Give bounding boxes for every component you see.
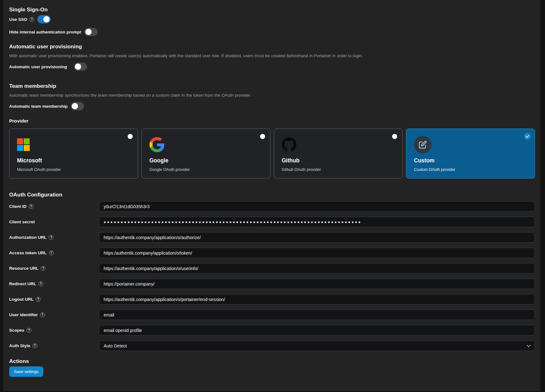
provider-card-microsoft[interactable]: Microsoft Microsoft OAuth provider bbox=[9, 129, 138, 178]
scopes-label: Scopes bbox=[9, 328, 24, 333]
auto-user-provisioning-heading: Automatic user provisioning bbox=[9, 43, 535, 50]
automatic-team-membership-toggle[interactable] bbox=[71, 102, 84, 110]
provider-card-description: Custom OAuth provider bbox=[414, 167, 527, 172]
logout-url-row: Logout URL? bbox=[9, 294, 535, 305]
save-settings-button[interactable]: Save settings bbox=[9, 366, 43, 377]
user-identifier-row: User identifier? bbox=[9, 310, 535, 320]
google-logo-icon bbox=[149, 137, 165, 152]
help-icon[interactable]: ? bbox=[33, 343, 37, 348]
authorization-url-row: Authorization URL? bbox=[9, 232, 535, 243]
resource-url-label: Resource URL bbox=[9, 266, 39, 271]
logout-url-input[interactable] bbox=[99, 294, 535, 305]
hide-internal-auth-row: Hide internal authentication prompt bbox=[9, 28, 535, 36]
help-icon[interactable]: ? bbox=[49, 235, 53, 240]
actions-heading: Actions bbox=[9, 358, 535, 365]
toggle-knob bbox=[43, 16, 50, 22]
provider-heading: Provider bbox=[9, 118, 535, 124]
auto-user-provisioning-row: Automatic user provisioning bbox=[9, 63, 535, 71]
redirect-url-row: Redirect URL? bbox=[9, 279, 535, 289]
radio-unselected-icon[interactable] bbox=[128, 134, 133, 139]
user-identifier-input[interactable] bbox=[99, 310, 535, 320]
provider-card-title: Microsoft bbox=[17, 157, 130, 164]
help-icon[interactable]: ? bbox=[29, 204, 33, 209]
scopes-row: Scopes? bbox=[9, 325, 535, 335]
scopes-input[interactable] bbox=[99, 325, 535, 335]
radio-unselected-icon[interactable] bbox=[392, 134, 397, 139]
help-icon[interactable]: ? bbox=[40, 312, 45, 317]
client-id-row: Client ID? bbox=[9, 201, 535, 212]
help-icon[interactable]: ? bbox=[36, 297, 40, 302]
provider-card-title: Github bbox=[282, 157, 395, 164]
settings-panel: Single Sign-On Use SSO ? Hide internal a… bbox=[3, 0, 540, 391]
radio-unselected-icon[interactable] bbox=[260, 134, 265, 139]
team-membership-description: Automatic team membership synchronizes t… bbox=[9, 93, 535, 98]
provider-card-description: Github OAuth provider bbox=[282, 167, 395, 172]
help-icon[interactable]: ? bbox=[41, 266, 45, 271]
hide-internal-auth-toggle[interactable] bbox=[84, 28, 98, 36]
help-icon[interactable]: ? bbox=[27, 328, 31, 333]
team-membership-heading: Team membership bbox=[9, 83, 535, 89]
redirect-url-input[interactable] bbox=[99, 279, 535, 289]
resource-url-input[interactable] bbox=[99, 263, 535, 274]
auto-user-provisioning-label: Automatic user provisioning bbox=[9, 64, 67, 69]
client-secret-row: Client secret bbox=[9, 217, 535, 227]
provider-cards: Microsoft Microsoft OAuth provider Googl… bbox=[9, 129, 535, 178]
redirect-url-label: Redirect URL bbox=[9, 281, 36, 286]
chevron-down-icon bbox=[527, 343, 531, 348]
microsoft-logo-icon bbox=[17, 138, 30, 151]
use-sso-label: Use SSO bbox=[9, 17, 27, 22]
auto-user-provisioning-toggle[interactable] bbox=[74, 63, 87, 71]
check-selected-icon bbox=[524, 133, 531, 140]
auth-style-selected-value: Auto Detect bbox=[104, 343, 127, 348]
automatic-team-membership-label: Automatic team membership bbox=[9, 104, 68, 109]
provider-card-description: Microsoft OAuth provider bbox=[17, 167, 130, 172]
resource-url-row: Resource URL? bbox=[9, 263, 535, 274]
provider-card-title: Google bbox=[149, 157, 263, 164]
logout-url-label: Logout URL bbox=[9, 297, 33, 302]
authorization-url-input[interactable] bbox=[99, 232, 535, 243]
toggle-knob bbox=[72, 103, 78, 109]
oauth-form: Client ID? Client secret Authorization U… bbox=[9, 201, 535, 351]
help-icon[interactable]: ? bbox=[49, 250, 54, 255]
github-logo-icon bbox=[282, 137, 296, 152]
client-secret-label: Client secret bbox=[9, 220, 35, 224]
provider-card-title: Custom bbox=[414, 157, 527, 164]
toggle-knob bbox=[85, 29, 92, 35]
auth-style-label: Auth Style bbox=[9, 343, 30, 348]
access-token-url-label: Access token URL bbox=[9, 250, 47, 255]
sso-heading: Single Sign-On bbox=[9, 0, 535, 13]
oauth-configuration-heading: OAuth Configuration bbox=[9, 191, 535, 198]
provider-card-google[interactable]: Google Google OAuth provider bbox=[142, 129, 270, 178]
help-icon[interactable]: ? bbox=[29, 17, 34, 22]
auth-style-row: Auth Style? Auto Detect bbox=[9, 341, 535, 351]
authorization-url-label: Authorization URL bbox=[9, 235, 46, 240]
help-icon[interactable]: ? bbox=[39, 281, 43, 286]
user-identifier-label: User identifier bbox=[9, 312, 38, 317]
client-secret-input[interactable] bbox=[99, 217, 535, 227]
use-sso-row: Use SSO ? bbox=[9, 15, 535, 23]
auth-style-select[interactable]: Auto Detect bbox=[99, 341, 535, 351]
hide-internal-auth-label: Hide internal authentication prompt bbox=[9, 30, 81, 34]
auto-user-provisioning-description: With automatic user provisioning enabled… bbox=[9, 53, 535, 58]
toggle-knob bbox=[75, 63, 81, 70]
use-sso-toggle[interactable] bbox=[37, 15, 51, 23]
automatic-team-membership-row: Automatic team membership bbox=[9, 102, 535, 110]
client-id-input[interactable] bbox=[99, 201, 535, 212]
provider-card-description: Google OAuth provider bbox=[149, 167, 263, 172]
access-token-url-input[interactable] bbox=[99, 248, 535, 258]
access-token-url-row: Access token URL? bbox=[9, 248, 535, 258]
edit-pencil-icon bbox=[414, 136, 432, 154]
client-id-label: Client ID bbox=[9, 204, 27, 209]
provider-card-custom[interactable]: Custom Custom OAuth provider bbox=[406, 129, 535, 178]
provider-card-github[interactable]: Github Github OAuth provider bbox=[274, 129, 403, 178]
